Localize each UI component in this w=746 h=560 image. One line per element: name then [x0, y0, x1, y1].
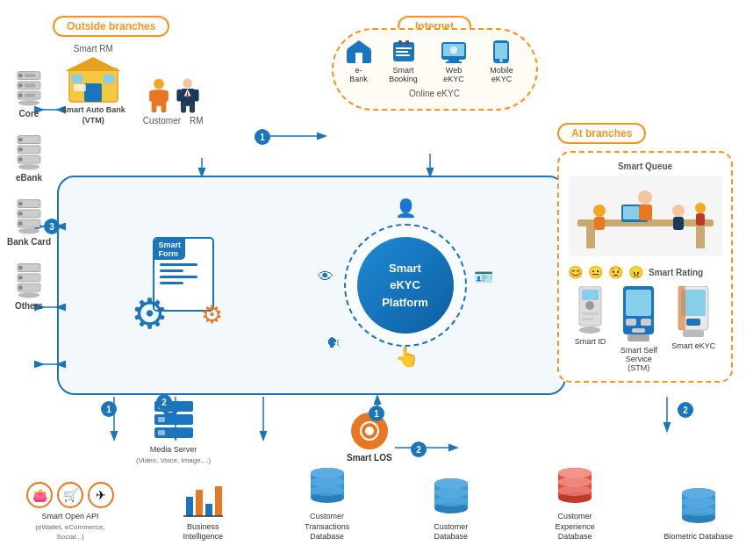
svg-point-28 [18, 147, 23, 152]
face-scan-icon: 👤 [395, 197, 417, 219]
svg-rect-71 [396, 51, 408, 53]
svg-marker-47 [65, 57, 121, 71]
svg-rect-89 [639, 205, 652, 220]
svg-rect-72 [396, 54, 410, 56]
svg-point-16 [18, 74, 23, 78]
svg-point-40 [18, 266, 23, 270]
gear-big-icon: ⚙ [131, 289, 169, 338]
smart-form-icon: SmartForm ⚙ ⚙ [131, 233, 227, 338]
svg-rect-50 [104, 75, 114, 83]
webekyc-service-label: Web eKYC [436, 66, 472, 83]
bottom-section: 👛 🛒 ✈ Smart Open API(eWallet, eCommerce,… [26, 466, 733, 542]
svg-point-90 [593, 205, 606, 217]
mobileekyc-service-label: Mobile eKYC [480, 66, 522, 83]
svg-point-58 [183, 79, 192, 89]
others-server-icon [13, 262, 45, 299]
number-badge-branches-2: 2 [678, 402, 693, 418]
bankcard-label: Bank Card [7, 237, 51, 247]
svg-rect-99 [582, 312, 599, 315]
svg-point-94 [695, 203, 706, 213]
id-card-icon: 🪪 [474, 268, 493, 287]
svg-rect-48 [84, 83, 102, 102]
core-label: Core [19, 109, 39, 118]
number-badge-media-2: 2 [156, 394, 172, 410]
smart-rating-row: 😊 😐 😟 😠 Smart Rating [568, 265, 722, 279]
others-label: Others [15, 301, 43, 311]
customer-experience-db-label: Customer Experience Database [540, 512, 610, 542]
smart-queue-label: Smart Queue [618, 162, 672, 171]
svg-rect-118 [158, 430, 165, 435]
smart-los-group: Smart LOS [347, 413, 392, 463]
booking-service-label: Smart Booking [380, 66, 427, 83]
smart-open-api-group: 👛 🛒 ✈ Smart Open API(eWallet, eCommerce,… [26, 482, 114, 542]
svg-point-82 [499, 59, 503, 62]
svg-rect-117 [158, 417, 165, 422]
branch-devices: Smart ID Smart Self Service (STM) [568, 286, 722, 372]
system-core: Core [7, 70, 51, 118]
smart-rating-label: Smart Rating [649, 268, 703, 277]
svg-rect-56 [149, 90, 154, 102]
svg-point-79 [450, 47, 457, 54]
svg-rect-73 [398, 40, 402, 45]
svg-rect-106 [632, 328, 645, 333]
svg-point-120 [365, 427, 374, 435]
svg-rect-91 [594, 217, 605, 230]
svg-point-137 [434, 496, 468, 506]
bankcard-server-icon [13, 198, 45, 235]
svg-rect-121 [186, 497, 193, 516]
left-systems: Core eBank [7, 70, 51, 311]
emoji-great: 😊 [568, 265, 583, 279]
service-web-ekyc: Web eKYC [436, 40, 472, 83]
svg-rect-64 [176, 90, 181, 102]
smart-self-service-label: Smart Self Service (STM) [614, 346, 663, 372]
api-icons: 👛 🛒 ✈ [26, 482, 114, 508]
svg-marker-67 [347, 40, 371, 49]
biometric-db-group: Biometric Database [664, 486, 733, 542]
ekyc-line3: Platform [382, 294, 428, 312]
svg-point-30 [18, 157, 23, 162]
ekyc-inner-circle: Smart eKYC Platform [357, 237, 454, 334]
smart-queue-section: Smart Queue [568, 162, 722, 256]
device-smart-ekyc: Smart eKYC [671, 286, 715, 372]
svg-point-42 [18, 276, 23, 280]
svg-point-26 [18, 138, 23, 142]
outside-branches-section: Outside branches Smart RM [53, 16, 298, 126]
business-intelligence-group: Business Intelligence [168, 479, 238, 542]
smart-auto-bank: Smart RM Smart Auto Bank(VTM) [61, 44, 126, 126]
ebank-service-label: e-Bank [347, 66, 371, 83]
svg-point-24 [18, 100, 39, 105]
media-server-group: Media Server(Video, Voice, Image,...) [136, 399, 211, 465]
smart-form-area: SmartForm ⚙ ⚙ [131, 233, 227, 338]
emoji-bad: 😟 [608, 265, 623, 279]
system-others: Others [7, 262, 51, 311]
smart-id-label: Smart ID [575, 337, 606, 346]
device-smart-self-service: Smart Self Service (STM) [614, 286, 663, 372]
svg-rect-17 [25, 74, 35, 77]
at-branches-label: At branches [557, 123, 646, 144]
smart-form-badge: SmartForm [154, 239, 186, 260]
ekyc-line1: Smart [389, 260, 421, 277]
at-branches-box: Smart Queue [557, 151, 733, 383]
svg-point-143 [558, 485, 592, 496]
svg-rect-85 [696, 226, 705, 248]
svg-point-38 [18, 228, 39, 233]
smart-open-api-label: Smart Open API(eWallet, eCommerce, Socia… [35, 512, 105, 542]
svg-rect-57 [163, 90, 169, 102]
ewallet-icon: 👛 [26, 482, 53, 508]
core-server-icon [13, 70, 45, 107]
svg-point-149 [682, 506, 715, 516]
svg-rect-123 [205, 504, 212, 516]
svg-rect-78 [446, 61, 462, 63]
svg-rect-103 [626, 290, 651, 316]
diagram-container: Core eBank [0, 0, 746, 560]
online-services: e-Bank Smart Booking [347, 40, 523, 83]
customer-text-label: Customer [143, 116, 181, 126]
number-badge-top-1: 1 [255, 129, 270, 145]
ekyc-platform-area: 👤 👁 🪪 👆 🗣 Smart eKYC Platform [318, 197, 493, 373]
ekyc-dashed-circle: Smart eKYC Platform [344, 224, 467, 347]
at-branches-section: At branches Smart Queue [557, 123, 733, 383]
svg-point-37 [18, 221, 23, 226]
customer-icon [147, 77, 171, 114]
svg-rect-110 [686, 319, 700, 326]
ecommerce-icon: 🛒 [57, 482, 83, 508]
